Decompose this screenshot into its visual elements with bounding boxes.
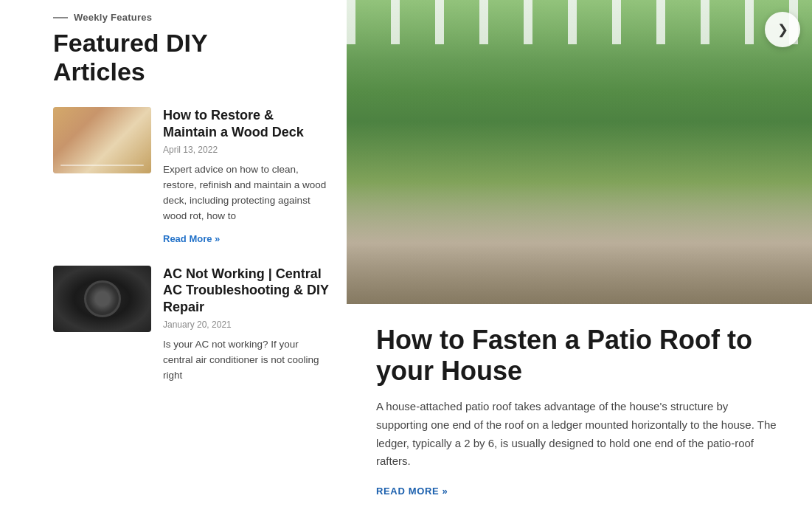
article-card-ac: AC Not Working | Central AC Troubleshoot… [53,266,329,391]
article-title-deck[interactable]: How to Restore & Maintain a Wood Deck [163,107,329,140]
left-panel: Weekly Features Featured DIY Articles Ho… [0,0,347,518]
article-excerpt-deck: Expert advice on how to clean, restore, … [163,162,329,224]
article-content-ac: AC Not Working | Central AC Troubleshoot… [163,266,329,391]
hero-article-excerpt: A house-attached patio roof takes advant… [376,398,782,471]
weekly-features-dash-icon [53,17,68,18]
weekly-features-label: Weekly Features [53,12,329,23]
deck-thumbnail-image [53,107,151,173]
article-date-deck: April 13, 2022 [163,145,329,155]
article-title-ac[interactable]: AC Not Working | Central AC Troubleshoot… [163,266,329,316]
article-date-ac: January 20, 2021 [163,320,329,330]
weekly-features-text: Weekly Features [74,12,152,23]
article-excerpt-ac: Is your AC not working? If your central … [163,337,329,384]
next-nav-button[interactable]: ❯ [765,12,800,47]
read-more-deck[interactable]: Read More » [163,233,220,244]
ac-thumbnail-image [53,266,151,332]
article-content-deck: How to Restore & Maintain a Wood Deck Ap… [163,107,329,245]
hero-article-title[interactable]: How to Fasten a Patio Roof to your House [376,325,782,386]
section-title: Featured DIY Articles [53,29,329,86]
hero-content: How to Fasten a Patio Roof to your House… [347,304,812,518]
hero-read-more-link[interactable]: READ MORE » [376,486,448,497]
right-panel: ❯ How to Fasten a Patio Roof to your Hou… [347,0,812,518]
ac-fan-icon [84,280,121,317]
article-thumb-deck[interactable] [53,107,151,173]
article-thumb-ac[interactable] [53,266,151,332]
chevron-right-icon: ❯ [777,21,788,38]
patio-scene-image [347,0,812,304]
hero-image: ❯ [347,0,812,304]
article-card-deck: How to Restore & Maintain a Wood Deck Ap… [53,107,329,245]
